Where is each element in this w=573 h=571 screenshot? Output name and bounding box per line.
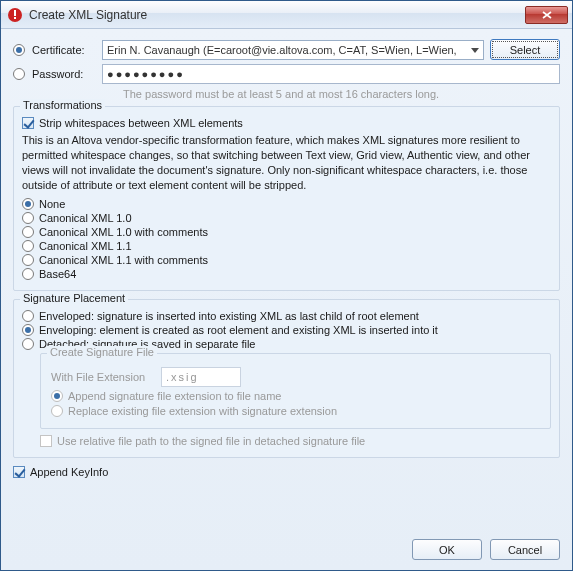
transform-c14n11-radio[interactable] xyxy=(22,240,34,252)
placement-group: Signature Placement Enveloped: signature… xyxy=(13,299,560,458)
detached-radio[interactable] xyxy=(22,338,34,350)
transform-c14n11-label: Canonical XML 1.1 xyxy=(39,240,132,252)
dialog-buttons: OK Cancel xyxy=(412,539,560,560)
transform-c14n10c-label: Canonical XML 1.0 with comments xyxy=(39,226,208,238)
certificate-dropdown[interactable]: Erin N. Cavanaugh (E=caroot@vie.altova.c… xyxy=(102,40,484,60)
append-ext-label: Append signature file extension to file … xyxy=(68,390,281,402)
enveloping-label: Enveloping: element is created as root e… xyxy=(39,324,438,336)
transform-c14n10-label: Canonical XML 1.0 xyxy=(39,212,132,224)
strip-whitespace-label: Strip whitespaces between XML elements xyxy=(39,117,243,129)
enveloping-radio[interactable] xyxy=(22,324,34,336)
transformations-title: Transformations xyxy=(20,99,105,111)
password-input[interactable]: ●●●●●●●●● xyxy=(102,64,560,84)
append-ext-radio xyxy=(51,390,63,402)
svg-rect-2 xyxy=(14,17,16,19)
strip-whitespace-checkbox[interactable] xyxy=(22,117,34,129)
svg-rect-1 xyxy=(14,10,16,16)
transform-c14n11c-radio[interactable] xyxy=(22,254,34,266)
relative-path-checkbox xyxy=(40,435,52,447)
transform-none-label: None xyxy=(39,198,65,210)
close-button[interactable] xyxy=(525,6,568,24)
transform-base64-radio[interactable] xyxy=(22,268,34,280)
password-radio[interactable] xyxy=(13,68,25,80)
file-extension-input[interactable]: .xsig xyxy=(161,367,241,387)
cancel-button[interactable]: Cancel xyxy=(490,539,560,560)
title-bar: Create XML Signature xyxy=(1,1,572,29)
enveloped-label: Enveloped: signature is inserted into ex… xyxy=(39,310,419,322)
transformations-desc: This is an Altova vendor-specific transf… xyxy=(22,133,551,192)
password-mask: ●●●●●●●●● xyxy=(107,68,185,80)
close-icon xyxy=(542,11,552,19)
create-signature-file-title: Create Signature File xyxy=(47,346,157,358)
transform-c14n10-radio[interactable] xyxy=(22,212,34,224)
replace-ext-radio xyxy=(51,405,63,417)
relative-path-label: Use relative file path to the signed fil… xyxy=(57,435,365,447)
app-icon xyxy=(7,7,23,23)
transform-c14n11c-label: Canonical XML 1.1 with comments xyxy=(39,254,208,266)
placement-title: Signature Placement xyxy=(20,292,128,304)
ok-button[interactable]: OK xyxy=(412,539,482,560)
replace-ext-label: Replace existing file extension with sig… xyxy=(68,405,337,417)
append-keyinfo-label: Append KeyInfo xyxy=(30,466,108,478)
transform-c14n10c-radio[interactable] xyxy=(22,226,34,238)
dialog-window: Create XML Signature Certificate: Erin N… xyxy=(0,0,573,571)
select-button[interactable]: Select xyxy=(490,39,560,60)
file-extension-value: .xsig xyxy=(166,371,199,383)
window-title: Create XML Signature xyxy=(29,8,525,22)
file-extension-label: With File Extension xyxy=(51,371,161,383)
certificate-radio[interactable] xyxy=(13,44,25,56)
create-signature-file-group: Create Signature File With File Extensio… xyxy=(40,353,551,429)
enveloped-radio[interactable] xyxy=(22,310,34,322)
certificate-label: Certificate: xyxy=(30,44,102,56)
transformations-group: Transformations Strip whitespaces betwee… xyxy=(13,106,560,291)
append-keyinfo-checkbox[interactable] xyxy=(13,466,25,478)
transform-base64-label: Base64 xyxy=(39,268,76,280)
password-label: Password: xyxy=(30,68,102,80)
certificate-value: Erin N. Cavanaugh (E=caroot@vie.altova.c… xyxy=(107,44,457,56)
transform-none-radio[interactable] xyxy=(22,198,34,210)
client-area: Certificate: Erin N. Cavanaugh (E=caroot… xyxy=(1,29,572,570)
